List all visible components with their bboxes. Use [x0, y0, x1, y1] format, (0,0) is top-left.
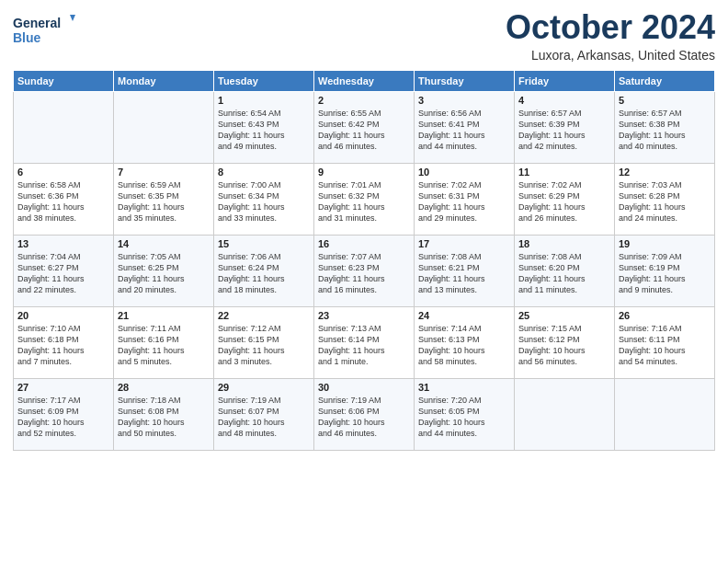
- day-number: 25: [518, 310, 610, 321]
- day-cell: 14Sunrise: 7:05 AM Sunset: 6:25 PM Dayli…: [114, 235, 214, 306]
- day-cell: 26Sunrise: 7:16 AM Sunset: 6:11 PM Dayli…: [615, 306, 715, 378]
- day-number: 20: [17, 310, 109, 321]
- day-number: 21: [118, 310, 210, 321]
- day-number: 4: [518, 95, 610, 106]
- day-info: Sunrise: 7:17 AM Sunset: 6:09 PM Dayligh…: [17, 395, 109, 440]
- logo: General Blue: [13, 13, 75, 48]
- day-cell: 6Sunrise: 6:58 AM Sunset: 6:36 PM Daylig…: [14, 163, 114, 235]
- day-cell: 16Sunrise: 7:07 AM Sunset: 6:23 PM Dayli…: [314, 235, 415, 306]
- week-row-1: 1Sunrise: 6:54 AM Sunset: 6:43 PM Daylig…: [14, 91, 715, 163]
- col-header-wednesday: Wednesday: [314, 70, 415, 91]
- day-info: Sunrise: 6:57 AM Sunset: 6:38 PM Dayligh…: [619, 108, 711, 153]
- col-header-tuesday: Tuesday: [214, 70, 314, 91]
- day-number: 15: [218, 238, 310, 249]
- day-info: Sunrise: 7:12 AM Sunset: 6:15 PM Dayligh…: [218, 323, 310, 368]
- day-number: 9: [318, 167, 410, 178]
- day-cell: 22Sunrise: 7:12 AM Sunset: 6:15 PM Dayli…: [214, 306, 314, 378]
- week-row-5: 27Sunrise: 7:17 AM Sunset: 6:09 PM Dayli…: [14, 378, 715, 450]
- day-number: 17: [418, 238, 510, 249]
- day-number: 28: [118, 382, 210, 393]
- day-cell: 29Sunrise: 7:19 AM Sunset: 6:07 PM Dayli…: [214, 378, 314, 450]
- col-header-sunday: Sunday: [14, 70, 114, 91]
- day-cell: 4Sunrise: 6:57 AM Sunset: 6:39 PM Daylig…: [515, 91, 615, 163]
- day-info: Sunrise: 7:02 AM Sunset: 6:29 PM Dayligh…: [518, 179, 610, 224]
- col-header-thursday: Thursday: [415, 70, 515, 91]
- col-header-friday: Friday: [515, 70, 615, 91]
- day-info: Sunrise: 6:56 AM Sunset: 6:41 PM Dayligh…: [418, 108, 510, 153]
- svg-text:General: General: [13, 16, 61, 30]
- day-number: 19: [619, 238, 711, 249]
- day-cell: 12Sunrise: 7:03 AM Sunset: 6:28 PM Dayli…: [615, 163, 715, 235]
- day-cell: 1Sunrise: 6:54 AM Sunset: 6:43 PM Daylig…: [214, 91, 314, 163]
- day-info: Sunrise: 6:59 AM Sunset: 6:35 PM Dayligh…: [118, 179, 210, 224]
- day-cell: 20Sunrise: 7:10 AM Sunset: 6:18 PM Dayli…: [14, 306, 114, 378]
- day-cell: 10Sunrise: 7:02 AM Sunset: 6:31 PM Dayli…: [415, 163, 515, 235]
- day-number: 13: [17, 238, 109, 249]
- day-cell: 28Sunrise: 7:18 AM Sunset: 6:08 PM Dayli…: [114, 378, 214, 450]
- day-number: 23: [318, 310, 410, 321]
- day-info: Sunrise: 7:19 AM Sunset: 6:07 PM Dayligh…: [218, 395, 310, 440]
- day-cell: 5Sunrise: 6:57 AM Sunset: 6:38 PM Daylig…: [615, 91, 715, 163]
- day-info: Sunrise: 6:54 AM Sunset: 6:43 PM Dayligh…: [218, 108, 310, 153]
- day-info: Sunrise: 7:13 AM Sunset: 6:14 PM Dayligh…: [318, 323, 410, 368]
- day-cell: 24Sunrise: 7:14 AM Sunset: 6:13 PM Dayli…: [415, 306, 515, 378]
- day-number: 5: [619, 95, 711, 106]
- svg-text:Blue: Blue: [13, 30, 41, 45]
- day-info: Sunrise: 7:06 AM Sunset: 6:24 PM Dayligh…: [218, 251, 310, 296]
- day-cell: 19Sunrise: 7:09 AM Sunset: 6:19 PM Dayli…: [615, 235, 715, 306]
- day-number: 16: [318, 238, 410, 249]
- day-info: Sunrise: 7:16 AM Sunset: 6:11 PM Dayligh…: [619, 323, 711, 368]
- day-info: Sunrise: 6:57 AM Sunset: 6:39 PM Dayligh…: [518, 108, 610, 153]
- day-info: Sunrise: 7:09 AM Sunset: 6:19 PM Dayligh…: [619, 251, 711, 296]
- day-cell: 13Sunrise: 7:04 AM Sunset: 6:27 PM Dayli…: [14, 235, 114, 306]
- month-title: October 2024: [506, 9, 715, 46]
- day-info: Sunrise: 7:04 AM Sunset: 6:27 PM Dayligh…: [17, 251, 109, 296]
- day-number: 8: [218, 167, 310, 178]
- day-number: 26: [619, 310, 711, 321]
- day-cell: 18Sunrise: 7:08 AM Sunset: 6:20 PM Dayli…: [515, 235, 615, 306]
- day-info: Sunrise: 7:07 AM Sunset: 6:23 PM Dayligh…: [318, 251, 410, 296]
- day-info: Sunrise: 7:08 AM Sunset: 6:21 PM Dayligh…: [418, 251, 510, 296]
- day-cell: [14, 91, 114, 163]
- day-number: 6: [17, 167, 109, 178]
- day-cell: 2Sunrise: 6:55 AM Sunset: 6:42 PM Daylig…: [314, 91, 415, 163]
- week-row-3: 13Sunrise: 7:04 AM Sunset: 6:27 PM Dayli…: [14, 235, 715, 306]
- day-number: 18: [518, 238, 610, 249]
- day-info: Sunrise: 7:14 AM Sunset: 6:13 PM Dayligh…: [418, 323, 510, 368]
- calendar-table: SundayMondayTuesdayWednesdayThursdayFrid…: [13, 70, 715, 451]
- day-info: Sunrise: 7:03 AM Sunset: 6:28 PM Dayligh…: [619, 179, 711, 224]
- day-cell: 17Sunrise: 7:08 AM Sunset: 6:21 PM Dayli…: [415, 235, 515, 306]
- header-row: SundayMondayTuesdayWednesdayThursdayFrid…: [14, 70, 715, 91]
- day-info: Sunrise: 7:20 AM Sunset: 6:05 PM Dayligh…: [418, 395, 510, 440]
- day-cell: 30Sunrise: 7:19 AM Sunset: 6:06 PM Dayli…: [314, 378, 415, 450]
- day-number: 22: [218, 310, 310, 321]
- day-cell: 15Sunrise: 7:06 AM Sunset: 6:24 PM Dayli…: [214, 235, 314, 306]
- day-info: Sunrise: 7:10 AM Sunset: 6:18 PM Dayligh…: [17, 323, 109, 368]
- day-number: 24: [418, 310, 510, 321]
- day-number: 31: [418, 382, 510, 393]
- page-header: General Blue October 2024 Luxora, Arkans…: [13, 9, 715, 63]
- day-cell: 8Sunrise: 7:00 AM Sunset: 6:34 PM Daylig…: [214, 163, 314, 235]
- day-number: 10: [418, 167, 510, 178]
- day-cell: [615, 378, 715, 450]
- title-block: October 2024 Luxora, Arkansas, United St…: [506, 9, 715, 63]
- day-number: 2: [318, 95, 410, 106]
- day-info: Sunrise: 7:15 AM Sunset: 6:12 PM Dayligh…: [518, 323, 610, 368]
- day-number: 30: [318, 382, 410, 393]
- day-number: 7: [118, 167, 210, 178]
- day-cell: 3Sunrise: 6:56 AM Sunset: 6:41 PM Daylig…: [415, 91, 515, 163]
- day-info: Sunrise: 7:19 AM Sunset: 6:06 PM Dayligh…: [318, 395, 410, 440]
- day-info: Sunrise: 7:18 AM Sunset: 6:08 PM Dayligh…: [118, 395, 210, 440]
- day-number: 29: [218, 382, 310, 393]
- day-number: 27: [17, 382, 109, 393]
- day-cell: 25Sunrise: 7:15 AM Sunset: 6:12 PM Dayli…: [515, 306, 615, 378]
- day-cell: 27Sunrise: 7:17 AM Sunset: 6:09 PM Dayli…: [14, 378, 114, 450]
- day-cell: 31Sunrise: 7:20 AM Sunset: 6:05 PM Dayli…: [415, 378, 515, 450]
- day-info: Sunrise: 6:58 AM Sunset: 6:36 PM Dayligh…: [17, 179, 109, 224]
- week-row-4: 20Sunrise: 7:10 AM Sunset: 6:18 PM Dayli…: [14, 306, 715, 378]
- day-cell: 9Sunrise: 7:01 AM Sunset: 6:32 PM Daylig…: [314, 163, 415, 235]
- day-info: Sunrise: 7:00 AM Sunset: 6:34 PM Dayligh…: [218, 179, 310, 224]
- day-cell: 11Sunrise: 7:02 AM Sunset: 6:29 PM Dayli…: [515, 163, 615, 235]
- day-number: 11: [518, 167, 610, 178]
- day-number: 3: [418, 95, 510, 106]
